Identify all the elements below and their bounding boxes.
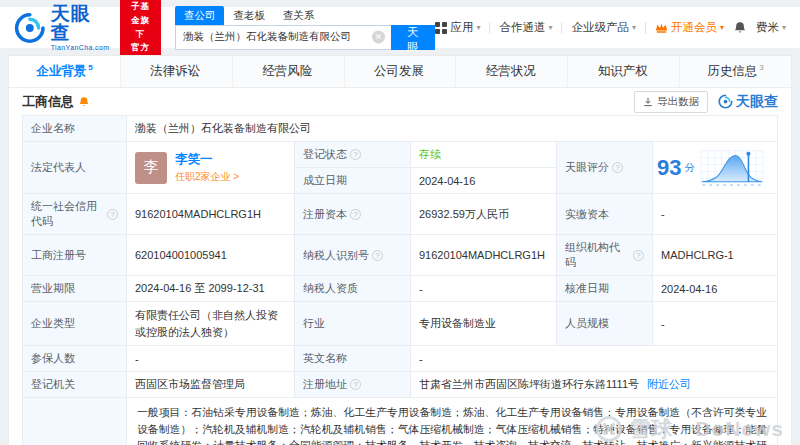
company-type-value: 有限责任公司（非自然人投资或控股的法人独资）: [127, 302, 295, 345]
clear-search-icon[interactable]: ✕: [372, 31, 385, 44]
est-date-value: 2024-04-16: [411, 168, 556, 193]
paid-capital-value: -: [653, 194, 777, 234]
section-header: 工商信息 导出数据 天眼查: [9, 88, 791, 115]
insured-label: 参保人数: [23, 346, 127, 371]
divider: [645, 22, 646, 34]
brand-watermark-logo: 天眼查: [718, 93, 778, 111]
tab-intellectual-property[interactable]: 知识产权: [568, 56, 680, 87]
company-name-value: 渤装（兰州）石化装备制造有限公司: [127, 116, 777, 141]
search-tab-relation[interactable]: 查关系: [274, 6, 324, 25]
term-label: 营业期限: [23, 276, 127, 301]
industry-value: 专用设备制造业: [411, 302, 557, 345]
info-icon[interactable]: ?: [350, 209, 361, 220]
nav-cooperation[interactable]: 合作通道▾: [499, 20, 552, 35]
paid-capital-label: 实缴资本: [557, 194, 653, 234]
info-icon[interactable]: ?: [350, 149, 361, 160]
legal-rep-link[interactable]: 李笑一: [175, 151, 239, 168]
notification-bell-icon[interactable]: [733, 21, 747, 35]
company-name-label: 企业名称: [23, 116, 127, 141]
uscc-label: 统一社会信用代码?: [23, 194, 127, 234]
authority-label: 登记机关: [23, 372, 127, 397]
company-profile-card: 企业背景5 法律诉讼 经营风险 公司发展 经营状况 知识产权 历史信息3 工商信…: [8, 55, 792, 445]
score-cell: 93 分: [653, 142, 777, 193]
legal-rep-label: 法定代表人: [23, 142, 127, 193]
search-button[interactable]: 天眼一下: [391, 25, 436, 50]
tianyancha-logo[interactable]: 天眼查 TianYanCha.com: [14, 4, 110, 51]
apps-grid-icon: [435, 22, 447, 34]
search-input[interactable]: [175, 25, 391, 50]
taxpayer-quality-value: -: [411, 276, 557, 301]
approval-date-value: 2024-04-16: [653, 276, 777, 301]
divider: [489, 22, 490, 34]
table-row: 登记机关 西固区市场监督管理局 注册地址? 甘肃省兰州市西固区陈坪街道环行东路1…: [23, 372, 777, 398]
table-row: 统一社会信用代码? 91620104MADHCLRG1H 注册资本? 26932…: [23, 194, 777, 235]
info-icon[interactable]: ?: [612, 162, 623, 173]
logo-eye-icon: [14, 12, 46, 44]
company-type-label: 企业类型: [23, 302, 127, 345]
info-icon[interactable]: ?: [372, 250, 383, 261]
uscc-value: 91620104MADHCLRG1H: [127, 194, 295, 234]
org-code-value: MADHCLRG-1: [653, 235, 777, 275]
reg-capital-value: 26932.59万人民币: [411, 194, 557, 234]
english-name-value: -: [411, 346, 777, 371]
insured-value: -: [127, 346, 295, 371]
business-info-table: 企业名称 渤装（兰州）石化装备制造有限公司 法定代表人 李 李笑一 任职2家企业…: [22, 115, 778, 445]
reg-capital-label: 注册资本?: [295, 194, 411, 234]
crown-icon: [655, 22, 668, 34]
table-row: 法定代表人 李 李笑一 任职2家企业 > 登记状态? 存续 成立日期 2024-…: [23, 142, 777, 194]
nav-apps[interactable]: 应用▾: [435, 20, 480, 35]
search-tab-boss[interactable]: 查老板: [224, 6, 274, 25]
reg-status-label: 登记状态?: [295, 142, 411, 167]
rep-companies-link[interactable]: 任职2家企业 >: [175, 170, 239, 184]
table-row: 参保人数 - 英文名称 -: [23, 346, 777, 372]
tab-company-background[interactable]: 企业背景5: [9, 56, 121, 87]
table-row: 经营范围? 一般项目：石油钻采专用设备制造；炼油、化工生产专用设备制造；炼油、化…: [23, 398, 777, 445]
divider: [561, 22, 562, 34]
info-icon[interactable]: ?: [350, 379, 361, 390]
scope-value: 一般项目：石油钻采专用设备制造；炼油、化工生产专用设备制造；炼油、化工生产专用设…: [127, 398, 777, 445]
nearby-companies-link[interactable]: 附近公司: [647, 377, 691, 392]
scope-label: 经营范围?: [23, 398, 127, 445]
staff-size-value: -: [653, 302, 777, 345]
table-row: 企业名称 渤装（兰州）石化装备制造有限公司: [23, 116, 777, 142]
tab-operating-status[interactable]: 经营状况: [456, 56, 568, 87]
score-value: 93: [657, 157, 681, 179]
announcement-icon: [78, 96, 90, 108]
search-tab-company[interactable]: 查公司: [175, 6, 225, 25]
logo-subtitle: TianYanCha.com: [51, 44, 110, 51]
address-label: 注册地址?: [295, 372, 411, 397]
avatar[interactable]: 李: [135, 152, 167, 184]
tab-operation-risk[interactable]: 经营风险: [233, 56, 345, 87]
address-cell: 甘肃省兰州市西固区陈坪街道环行东路1111号 附近公司: [411, 372, 777, 397]
nav-enterprise-products[interactable]: 企业级产品▾: [571, 20, 636, 35]
info-icon[interactable]: ?: [107, 209, 118, 220]
industry-label: 行业: [295, 302, 411, 345]
tab-history-info[interactable]: 历史信息3: [680, 56, 791, 87]
table-row: 工商注册号 620104001005941 纳税人识别号? 91620104MA…: [23, 235, 777, 276]
taxpayer-id-value: 91620104MADHCLRG1H: [411, 235, 557, 275]
status-date-subgrid: 登记状态? 存续 成立日期 2024-04-16: [295, 142, 557, 193]
info-icon[interactable]: ?: [633, 250, 644, 261]
authority-value: 西固区市场监督管理局: [127, 372, 295, 397]
approval-date-label: 核准日期: [557, 276, 653, 301]
taxpayer-id-label: 纳税人识别号?: [295, 235, 411, 275]
score-label: 天眼评分?: [557, 142, 653, 193]
legal-rep-cell: 李 李笑一 任职2家企业 >: [127, 142, 295, 193]
section-title: 工商信息: [22, 93, 74, 111]
top-nav: 应用▾ 合作通道▾ 企业级产品▾ 开通会员▾ 费米▾: [435, 20, 786, 35]
nav-vip-upgrade[interactable]: 开通会员▾: [655, 20, 724, 35]
tab-legal-lawsuits[interactable]: 法律诉讼: [121, 56, 233, 87]
score-distribution-chart: [700, 148, 764, 188]
tab-company-development[interactable]: 公司发展: [345, 56, 457, 87]
logo-title: 天眼查: [51, 4, 110, 42]
reg-status-value: 存续: [411, 142, 556, 167]
reg-no-label: 工商注册号: [23, 235, 127, 275]
logo-eye-icon: [718, 94, 733, 109]
taxpayer-quality-label: 纳税人资质: [295, 276, 411, 301]
english-name-label: 英文名称: [295, 346, 411, 371]
term-value: 2024-04-16 至 2099-12-31: [127, 276, 295, 301]
table-row: 营业期限 2024-04-16 至 2099-12-31 纳税人资质 - 核准日…: [23, 276, 777, 302]
staff-size-label: 人员规模: [557, 302, 653, 345]
export-data-button[interactable]: 导出数据: [634, 91, 708, 113]
user-menu[interactable]: 费米▾: [756, 20, 786, 35]
